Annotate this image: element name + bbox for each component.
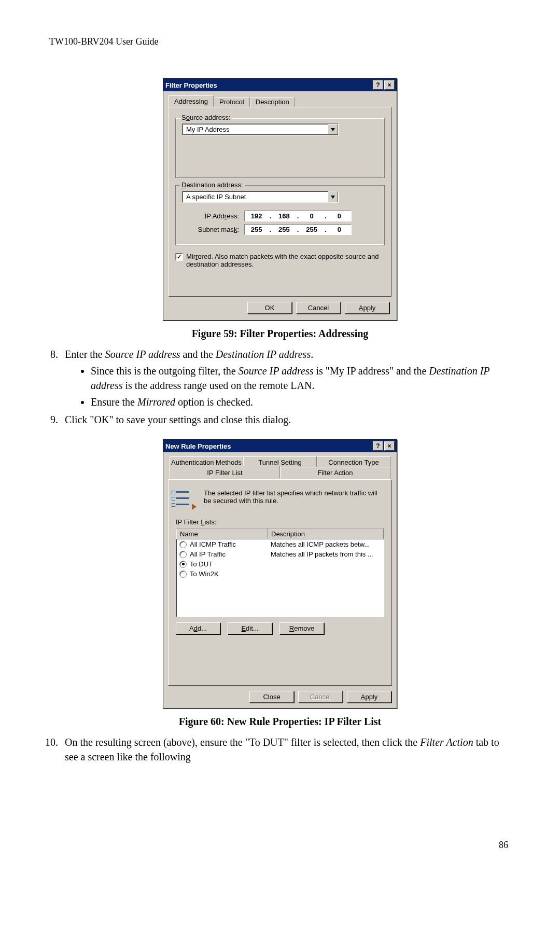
step-8-bullet-1: Since this is the outgoing filter, the S… <box>91 364 511 393</box>
dest-address-value: A specific IP Subnet <box>183 191 328 202</box>
titlebar: Filter Properties ? × <box>163 79 397 91</box>
radio-icon[interactable] <box>179 541 187 548</box>
help-icon[interactable]: ? <box>373 80 383 90</box>
mirrored-checkbox[interactable]: ✓ <box>175 253 183 261</box>
dest-address-fieldset: Destination address: A specific IP Subne… <box>175 185 385 245</box>
close-icon[interactable]: × <box>384 80 395 90</box>
subnet-mask-label: Subnet mask: <box>182 226 244 233</box>
apply-button[interactable]: Apply <box>347 691 391 703</box>
apply-button[interactable]: Apply <box>345 302 389 314</box>
ip-address-input[interactable]: 192. 168. 0. 0 <box>244 211 352 221</box>
radio-icon[interactable] <box>179 561 187 568</box>
tab-description[interactable]: Description <box>250 97 295 107</box>
tab-filter-action[interactable]: Filter Action <box>280 467 390 479</box>
ip-filter-list-box[interactable]: Name Description All ICMP Traffic Matche… <box>176 528 384 617</box>
list-item[interactable]: All IP Traffic Matches all IP packets fr… <box>176 549 384 559</box>
figure-59-caption: Figure 59: Filter Properties: Addressing <box>49 328 511 340</box>
source-address-fieldset: Source address: My IP Address <box>175 118 385 178</box>
radio-icon[interactable] <box>179 551 187 558</box>
list-item[interactable]: To Win2K <box>176 569 384 579</box>
column-name[interactable]: Name <box>176 529 268 539</box>
cancel-button: Cancel <box>298 691 343 703</box>
page-number: 86 <box>499 840 508 851</box>
edit-button[interactable]: Edit... <box>228 622 272 634</box>
column-description[interactable]: Description <box>268 529 384 539</box>
source-address-value: My IP Address <box>183 124 328 135</box>
subnet-mask-input[interactable]: 255. 255. 255. 0 <box>244 224 352 235</box>
add-button[interactable]: Add... <box>176 622 220 634</box>
tab-addressing[interactable]: Addressing <box>169 95 214 107</box>
window-title: Filter Properties <box>165 81 217 89</box>
filter-list-icon <box>176 487 194 509</box>
close-icon[interactable]: × <box>384 441 395 451</box>
source-address-combo[interactable]: My IP Address <box>182 123 339 135</box>
tab-connection-type[interactable]: Connection Type <box>317 456 390 468</box>
ip-filter-lists-label: IP Filter Lists: <box>176 518 384 526</box>
list-item[interactable]: All ICMP Traffic Matches all ICMP packet… <box>176 539 384 549</box>
radio-icon[interactable] <box>179 571 187 578</box>
svg-marker-0 <box>331 128 335 131</box>
tab-row: Addressing Protocol Description <box>169 95 391 107</box>
new-rule-properties-dialog: New Rule Properties ? × Authentication M… <box>163 439 397 708</box>
dest-address-combo[interactable]: A specific IP Subnet <box>182 191 339 203</box>
tab-protocol[interactable]: Protocol <box>214 97 250 107</box>
page-header: TW100-BRV204 User Guide <box>49 36 511 47</box>
chevron-down-icon[interactable] <box>328 191 338 202</box>
step-8: Enter the Source IP address and the Dest… <box>61 347 511 409</box>
step-8-bullet-2: Ensure the Mirrored option is checked. <box>91 395 511 409</box>
step-10: On the resulting screen (above), ensure … <box>61 735 511 764</box>
filter-properties-dialog: Filter Properties ? × Addressing Protoco… <box>163 78 397 321</box>
dest-address-legend: Destination address: <box>180 181 245 189</box>
chevron-down-icon[interactable] <box>328 124 338 135</box>
cancel-button[interactable]: Cancel <box>296 302 341 314</box>
remove-button[interactable]: Remove <box>279 622 324 634</box>
figure-60-caption: Figure 60: New Rule Properties: IP Filte… <box>49 716 511 728</box>
step-9: Click "OK" to save your settings and clo… <box>61 412 511 427</box>
ip-address-label: IP Address: <box>182 212 244 220</box>
info-text: The selected IP filter list specifies wh… <box>204 487 384 505</box>
help-icon[interactable]: ? <box>373 441 383 451</box>
close-button[interactable]: Close <box>249 691 294 703</box>
source-address-legend: Source address: <box>180 114 232 121</box>
svg-marker-1 <box>331 196 335 199</box>
mirrored-label: Mirrored. Also match packets with the ex… <box>186 253 385 268</box>
ok-button[interactable]: OK <box>247 302 292 314</box>
titlebar: New Rule Properties ? × <box>163 440 397 452</box>
tab-ip-filter-list[interactable]: IP Filter List <box>170 466 280 478</box>
window-title: New Rule Properties <box>165 442 231 450</box>
list-item[interactable]: To DUT <box>176 559 384 569</box>
